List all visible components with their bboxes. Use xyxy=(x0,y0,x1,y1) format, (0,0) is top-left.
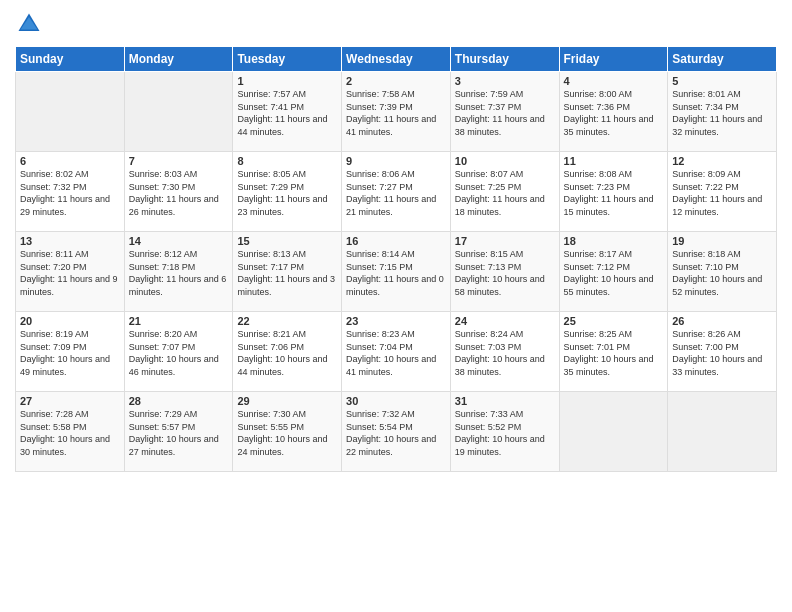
col-header-thursday: Thursday xyxy=(450,47,559,72)
day-cell: 12Sunrise: 8:09 AM Sunset: 7:22 PM Dayli… xyxy=(668,152,777,232)
day-number: 22 xyxy=(237,315,337,327)
day-number: 19 xyxy=(672,235,772,247)
day-cell: 23Sunrise: 8:23 AM Sunset: 7:04 PM Dayli… xyxy=(342,312,451,392)
day-cell: 6Sunrise: 8:02 AM Sunset: 7:32 PM Daylig… xyxy=(16,152,125,232)
page: SundayMondayTuesdayWednesdayThursdayFrid… xyxy=(0,0,792,612)
day-info: Sunrise: 8:02 AM Sunset: 7:32 PM Dayligh… xyxy=(20,168,120,218)
day-cell: 7Sunrise: 8:03 AM Sunset: 7:30 PM Daylig… xyxy=(124,152,233,232)
day-cell: 14Sunrise: 8:12 AM Sunset: 7:18 PM Dayli… xyxy=(124,232,233,312)
day-number: 10 xyxy=(455,155,555,167)
day-cell: 24Sunrise: 8:24 AM Sunset: 7:03 PM Dayli… xyxy=(450,312,559,392)
day-cell: 21Sunrise: 8:20 AM Sunset: 7:07 PM Dayli… xyxy=(124,312,233,392)
day-cell: 2Sunrise: 7:58 AM Sunset: 7:39 PM Daylig… xyxy=(342,72,451,152)
day-number: 28 xyxy=(129,395,229,407)
day-number: 29 xyxy=(237,395,337,407)
day-info: Sunrise: 8:01 AM Sunset: 7:34 PM Dayligh… xyxy=(672,88,772,138)
day-info: Sunrise: 8:24 AM Sunset: 7:03 PM Dayligh… xyxy=(455,328,555,378)
col-header-friday: Friday xyxy=(559,47,668,72)
day-cell: 18Sunrise: 8:17 AM Sunset: 7:12 PM Dayli… xyxy=(559,232,668,312)
day-info: Sunrise: 8:12 AM Sunset: 7:18 PM Dayligh… xyxy=(129,248,229,298)
day-info: Sunrise: 8:20 AM Sunset: 7:07 PM Dayligh… xyxy=(129,328,229,378)
header xyxy=(15,10,777,38)
day-info: Sunrise: 7:57 AM Sunset: 7:41 PM Dayligh… xyxy=(237,88,337,138)
day-number: 12 xyxy=(672,155,772,167)
day-info: Sunrise: 8:07 AM Sunset: 7:25 PM Dayligh… xyxy=(455,168,555,218)
day-number: 26 xyxy=(672,315,772,327)
col-header-wednesday: Wednesday xyxy=(342,47,451,72)
day-info: Sunrise: 8:00 AM Sunset: 7:36 PM Dayligh… xyxy=(564,88,664,138)
day-number: 7 xyxy=(129,155,229,167)
day-cell xyxy=(16,72,125,152)
day-info: Sunrise: 7:32 AM Sunset: 5:54 PM Dayligh… xyxy=(346,408,446,458)
day-cell xyxy=(668,392,777,472)
day-info: Sunrise: 7:58 AM Sunset: 7:39 PM Dayligh… xyxy=(346,88,446,138)
day-number: 2 xyxy=(346,75,446,87)
day-cell: 30Sunrise: 7:32 AM Sunset: 5:54 PM Dayli… xyxy=(342,392,451,472)
day-cell: 4Sunrise: 8:00 AM Sunset: 7:36 PM Daylig… xyxy=(559,72,668,152)
day-cell: 17Sunrise: 8:15 AM Sunset: 7:13 PM Dayli… xyxy=(450,232,559,312)
day-cell: 29Sunrise: 7:30 AM Sunset: 5:55 PM Dayli… xyxy=(233,392,342,472)
day-info: Sunrise: 8:25 AM Sunset: 7:01 PM Dayligh… xyxy=(564,328,664,378)
day-number: 27 xyxy=(20,395,120,407)
day-info: Sunrise: 8:26 AM Sunset: 7:00 PM Dayligh… xyxy=(672,328,772,378)
day-cell: 26Sunrise: 8:26 AM Sunset: 7:00 PM Dayli… xyxy=(668,312,777,392)
col-header-saturday: Saturday xyxy=(668,47,777,72)
day-info: Sunrise: 8:05 AM Sunset: 7:29 PM Dayligh… xyxy=(237,168,337,218)
day-cell: 9Sunrise: 8:06 AM Sunset: 7:27 PM Daylig… xyxy=(342,152,451,232)
day-cell: 25Sunrise: 8:25 AM Sunset: 7:01 PM Dayli… xyxy=(559,312,668,392)
week-row-4: 20Sunrise: 8:19 AM Sunset: 7:09 PM Dayli… xyxy=(16,312,777,392)
day-cell: 19Sunrise: 8:18 AM Sunset: 7:10 PM Dayli… xyxy=(668,232,777,312)
day-info: Sunrise: 8:13 AM Sunset: 7:17 PM Dayligh… xyxy=(237,248,337,298)
day-number: 6 xyxy=(20,155,120,167)
day-number: 5 xyxy=(672,75,772,87)
day-cell: 22Sunrise: 8:21 AM Sunset: 7:06 PM Dayli… xyxy=(233,312,342,392)
day-cell: 20Sunrise: 8:19 AM Sunset: 7:09 PM Dayli… xyxy=(16,312,125,392)
day-info: Sunrise: 7:33 AM Sunset: 5:52 PM Dayligh… xyxy=(455,408,555,458)
day-number: 1 xyxy=(237,75,337,87)
day-cell: 27Sunrise: 7:28 AM Sunset: 5:58 PM Dayli… xyxy=(16,392,125,472)
day-number: 31 xyxy=(455,395,555,407)
logo-icon xyxy=(15,10,43,38)
day-number: 11 xyxy=(564,155,664,167)
day-number: 24 xyxy=(455,315,555,327)
day-info: Sunrise: 8:21 AM Sunset: 7:06 PM Dayligh… xyxy=(237,328,337,378)
day-cell: 31Sunrise: 7:33 AM Sunset: 5:52 PM Dayli… xyxy=(450,392,559,472)
day-number: 17 xyxy=(455,235,555,247)
day-number: 30 xyxy=(346,395,446,407)
day-info: Sunrise: 8:19 AM Sunset: 7:09 PM Dayligh… xyxy=(20,328,120,378)
day-info: Sunrise: 8:06 AM Sunset: 7:27 PM Dayligh… xyxy=(346,168,446,218)
day-number: 9 xyxy=(346,155,446,167)
day-info: Sunrise: 8:18 AM Sunset: 7:10 PM Dayligh… xyxy=(672,248,772,298)
day-number: 23 xyxy=(346,315,446,327)
day-number: 16 xyxy=(346,235,446,247)
day-number: 21 xyxy=(129,315,229,327)
day-number: 15 xyxy=(237,235,337,247)
week-row-2: 6Sunrise: 8:02 AM Sunset: 7:32 PM Daylig… xyxy=(16,152,777,232)
calendar-header-row: SundayMondayTuesdayWednesdayThursdayFrid… xyxy=(16,47,777,72)
logo xyxy=(15,10,47,38)
day-number: 13 xyxy=(20,235,120,247)
col-header-sunday: Sunday xyxy=(16,47,125,72)
day-number: 14 xyxy=(129,235,229,247)
day-cell: 5Sunrise: 8:01 AM Sunset: 7:34 PM Daylig… xyxy=(668,72,777,152)
day-number: 25 xyxy=(564,315,664,327)
day-cell: 11Sunrise: 8:08 AM Sunset: 7:23 PM Dayli… xyxy=(559,152,668,232)
day-cell: 3Sunrise: 7:59 AM Sunset: 7:37 PM Daylig… xyxy=(450,72,559,152)
day-info: Sunrise: 8:09 AM Sunset: 7:22 PM Dayligh… xyxy=(672,168,772,218)
day-number: 4 xyxy=(564,75,664,87)
day-cell xyxy=(124,72,233,152)
day-info: Sunrise: 7:29 AM Sunset: 5:57 PM Dayligh… xyxy=(129,408,229,458)
calendar: SundayMondayTuesdayWednesdayThursdayFrid… xyxy=(15,46,777,472)
day-number: 18 xyxy=(564,235,664,247)
day-cell: 15Sunrise: 8:13 AM Sunset: 7:17 PM Dayli… xyxy=(233,232,342,312)
day-number: 3 xyxy=(455,75,555,87)
day-cell: 10Sunrise: 8:07 AM Sunset: 7:25 PM Dayli… xyxy=(450,152,559,232)
day-info: Sunrise: 7:28 AM Sunset: 5:58 PM Dayligh… xyxy=(20,408,120,458)
day-cell: 8Sunrise: 8:05 AM Sunset: 7:29 PM Daylig… xyxy=(233,152,342,232)
day-info: Sunrise: 7:59 AM Sunset: 7:37 PM Dayligh… xyxy=(455,88,555,138)
day-cell: 1Sunrise: 7:57 AM Sunset: 7:41 PM Daylig… xyxy=(233,72,342,152)
day-info: Sunrise: 8:15 AM Sunset: 7:13 PM Dayligh… xyxy=(455,248,555,298)
day-info: Sunrise: 8:14 AM Sunset: 7:15 PM Dayligh… xyxy=(346,248,446,298)
day-cell: 13Sunrise: 8:11 AM Sunset: 7:20 PM Dayli… xyxy=(16,232,125,312)
day-info: Sunrise: 8:08 AM Sunset: 7:23 PM Dayligh… xyxy=(564,168,664,218)
